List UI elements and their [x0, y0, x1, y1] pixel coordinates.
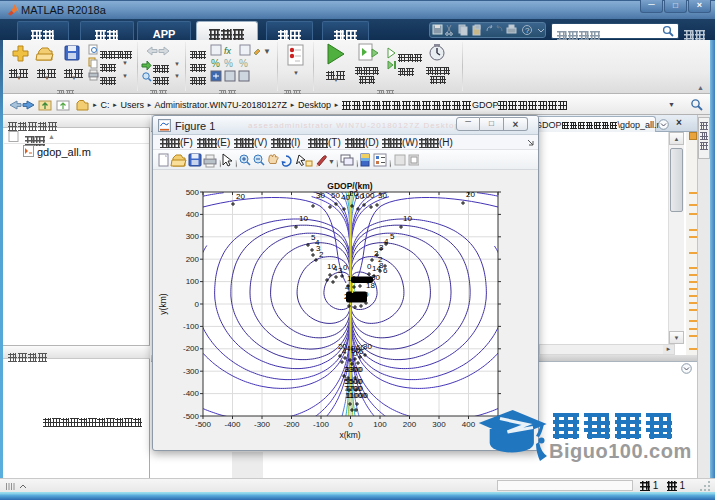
svg-text:0: 0 — [195, 300, 200, 309]
svg-text:y(km): y(km) — [158, 293, 168, 314]
svg-text:20: 20 — [466, 190, 475, 199]
svg-text:-200: -200 — [183, 344, 200, 353]
svg-text:%: % — [239, 58, 248, 69]
svg-text:30: 30 — [378, 191, 387, 200]
svg-text:300: 300 — [432, 420, 446, 429]
svg-text:0: 0 — [364, 290, 369, 299]
svg-text:3300: 3300 — [345, 365, 363, 374]
svg-text:▼: ▼ — [328, 158, 335, 165]
svg-text:200: 200 — [403, 420, 417, 429]
svg-text:2: 2 — [378, 255, 383, 264]
svg-text:2: 2 — [319, 250, 324, 259]
svg-text:-300: -300 — [183, 367, 200, 376]
svg-text:100: 100 — [186, 277, 200, 286]
svg-text:50: 50 — [331, 191, 340, 200]
svg-text:0: 0 — [348, 420, 353, 429]
svg-text:x(km): x(km) — [339, 430, 360, 440]
svg-text:%: % — [211, 58, 220, 69]
svg-text:fx: fx — [224, 46, 232, 56]
svg-text:100: 100 — [373, 420, 387, 429]
svg-text:4: 4 — [384, 237, 389, 246]
svg-text:500: 500 — [186, 188, 200, 197]
svg-text:-500: -500 — [195, 420, 212, 429]
svg-text:11000: 11000 — [346, 391, 368, 400]
svg-text:10: 10 — [299, 214, 308, 223]
svg-text:10: 10 — [347, 274, 356, 283]
svg-text:-200: -200 — [283, 420, 300, 429]
svg-text:-400: -400 — [224, 420, 241, 429]
svg-text:5: 5 — [390, 232, 395, 241]
svg-text:100: 100 — [361, 191, 375, 200]
svg-text:400: 400 — [186, 210, 200, 219]
svg-text:?: ? — [525, 26, 530, 35]
svg-text:30: 30 — [316, 191, 325, 200]
svg-text:6: 6 — [383, 266, 388, 275]
svg-text:3: 3 — [379, 243, 384, 252]
svg-text:20: 20 — [236, 192, 245, 201]
svg-text:30: 30 — [363, 342, 372, 351]
svg-text:18: 18 — [366, 281, 375, 290]
svg-text:-100: -100 — [313, 420, 330, 429]
svg-text:2: 2 — [344, 292, 349, 301]
svg-text:-300: -300 — [254, 420, 271, 429]
svg-text:0: 0 — [343, 263, 348, 272]
svg-text:0: 0 — [353, 349, 358, 358]
svg-text:4: 4 — [345, 283, 350, 292]
svg-text:▼: ▼ — [263, 47, 271, 56]
svg-text:-400: -400 — [183, 389, 200, 398]
svg-text:%: % — [224, 58, 233, 69]
svg-text:200: 200 — [186, 255, 200, 264]
svg-text:10: 10 — [403, 214, 412, 223]
svg-text:300: 300 — [186, 232, 200, 241]
svg-text:-100: -100 — [183, 322, 200, 331]
svg-text:4: 4 — [342, 347, 347, 356]
